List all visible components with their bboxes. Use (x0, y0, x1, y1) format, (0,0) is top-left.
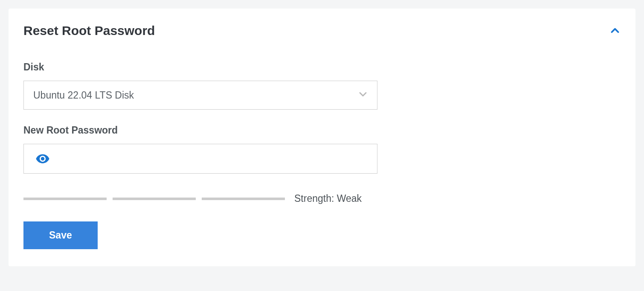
password-field-group: New Root Password Strength: Weak (23, 125, 621, 204)
strength-bar-2 (113, 198, 196, 200)
disk-field-group: Disk Ubuntu 22.04 LTS Disk (23, 61, 621, 110)
strength-label: Strength: Weak (294, 193, 362, 204)
password-input-wrapper (23, 144, 377, 174)
disk-select-wrapper: Ubuntu 22.04 LTS Disk (23, 81, 377, 110)
disk-label: Disk (23, 61, 621, 73)
strength-bar-3 (202, 198, 285, 200)
reset-root-password-panel: Reset Root Password Disk Ubuntu 22.04 LT… (9, 9, 635, 266)
eye-icon[interactable] (35, 151, 50, 166)
panel-title: Reset Root Password (23, 23, 155, 38)
disk-selected-value: Ubuntu 22.04 LTS Disk (33, 90, 134, 101)
save-button[interactable]: Save (23, 221, 98, 249)
password-strength-row: Strength: Weak (23, 193, 395, 204)
strength-bar-1 (23, 198, 107, 200)
disk-select[interactable]: Ubuntu 22.04 LTS Disk (23, 81, 377, 110)
chevron-up-icon[interactable] (609, 25, 621, 36)
panel-header: Reset Root Password (23, 23, 621, 38)
password-label: New Root Password (23, 125, 621, 136)
password-input[interactable] (23, 144, 377, 174)
